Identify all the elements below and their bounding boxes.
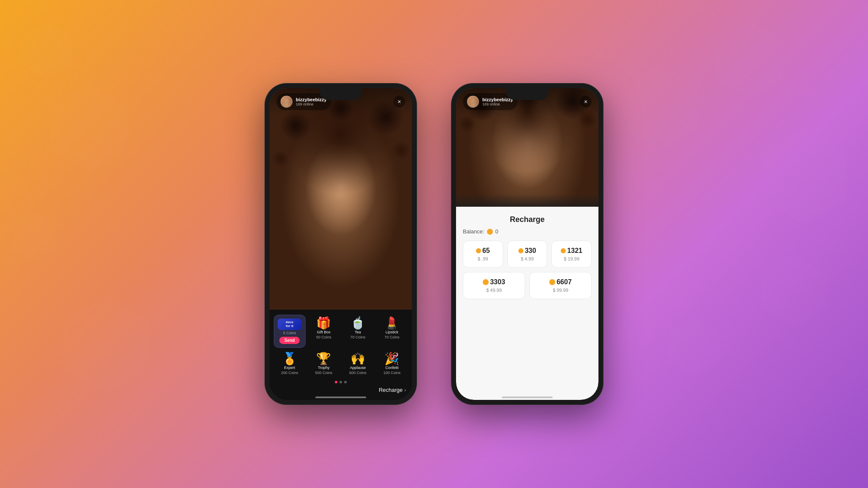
- right-user-text: bizzybeebizzy 169 online: [482, 97, 513, 106]
- recharge-row: Recharge ›: [274, 387, 408, 393]
- recharge-label: Recharge: [379, 387, 403, 393]
- left-user-text: bizzybeebizzy 169 online: [296, 97, 327, 106]
- right-phone: bizzybeebizzy 169 online × Recharge Bala…: [451, 83, 604, 405]
- here-for-it-coins: 5 Coins: [283, 331, 296, 335]
- trophy-coins: 500 Coins: [315, 371, 332, 375]
- send-button[interactable]: Send: [279, 337, 300, 344]
- left-user-info: bizzybeebizzy 169 online: [276, 93, 331, 110]
- gift-item-tea[interactable]: 🍵 Tea 70 Coins: [342, 315, 374, 348]
- gift-item-trophy[interactable]: 🏆 Trophy 500 Coins: [308, 350, 340, 377]
- left-avatar: [281, 96, 292, 108]
- left-close-button[interactable]: ×: [393, 96, 405, 108]
- left-viewers: 169 online: [296, 102, 327, 106]
- package-1321[interactable]: 1321 $ 19.99: [551, 241, 592, 268]
- tea-coins: 70 Coins: [350, 335, 365, 339]
- package-6607-price: $ 99.99: [553, 288, 568, 293]
- package-330-price: $ 4.99: [521, 256, 534, 261]
- gift-box-name: Gift Box: [317, 330, 331, 334]
- right-home-indicator: [502, 396, 553, 398]
- balance-value: 0: [495, 228, 498, 235]
- right-video-area: bizzybeebizzy 169 online ×: [456, 88, 598, 207]
- left-home-indicator: [315, 396, 366, 398]
- gifts-grid: Here for it 5 Coins Send 🎁 Gift Box 50 C…: [274, 315, 408, 377]
- package-6607[interactable]: 6607 $ 99.99: [529, 272, 592, 299]
- here-for-it-line2: for it: [280, 324, 299, 328]
- gift-item-lipstick[interactable]: 💄 Lipstick 70 Coins: [376, 315, 408, 348]
- confetti-emoji: 🎉: [384, 353, 399, 365]
- lipstick-emoji: 💄: [384, 317, 399, 329]
- gift-item-here-for-it[interactable]: Here for it 5 Coins Send: [274, 315, 306, 348]
- expert-name: Expert: [284, 366, 295, 370]
- package-6607-coins: 6607: [549, 278, 572, 286]
- right-top-bar: bizzybeebizzy 169 online ×: [456, 88, 598, 115]
- recharge-panel: Recharge Balance: 0 65 $ .99: [456, 207, 598, 400]
- applause-emoji: 🙌: [351, 353, 365, 365]
- left-video-area: bizzybeebizzy 169 online ×: [270, 88, 412, 310]
- package-330[interactable]: 330 $ 4.99: [507, 241, 548, 268]
- package-1321-price: $ 19.99: [564, 256, 579, 261]
- video-dark-overlay: [456, 194, 598, 207]
- balance-coin-icon: [487, 229, 493, 235]
- confetti-name: Confetti: [385, 366, 398, 370]
- right-avatar: [467, 96, 479, 108]
- recharge-chevron-icon: ›: [404, 387, 406, 393]
- balance-label: Balance:: [463, 228, 484, 235]
- trophy-emoji: 🏆: [316, 353, 331, 365]
- packages-grid-top: 65 $ .99 330 $ 4.99: [463, 241, 592, 268]
- tea-emoji: 🍵: [351, 317, 365, 329]
- recharge-link[interactable]: Recharge ›: [379, 387, 406, 393]
- package-65-price: $ .99: [478, 256, 488, 261]
- packages-grid-bottom: 3303 $ 49.99 6607 $ 99.99: [463, 272, 592, 299]
- left-phone-screen: bizzybeebizzy 169 online × Here for it: [270, 88, 412, 400]
- confetti-coins: 100 Coins: [383, 371, 401, 375]
- right-username: bizzybeebizzy: [482, 97, 513, 102]
- trophy-name: Trophy: [318, 366, 330, 370]
- package-330-coins: 330: [518, 247, 536, 255]
- page-dots: [274, 381, 408, 383]
- package-3303-price: $ 49.99: [486, 288, 502, 293]
- gift-item-applause[interactable]: 🙌 Applause 600 Coins: [342, 350, 374, 377]
- right-user-info: bizzybeebizzy 169 online: [463, 93, 517, 110]
- lipstick-coins: 70 Coins: [384, 335, 400, 339]
- here-for-it-line1: Here: [280, 320, 299, 324]
- dot-2: [339, 381, 342, 383]
- dot-3: [344, 381, 347, 383]
- coin-icon-6607: [549, 279, 555, 285]
- gift-item-confetti[interactable]: 🎉 Confetti 100 Coins: [376, 350, 408, 377]
- here-for-it-banner: Here for it: [278, 319, 302, 330]
- left-bottom-panel: Here for it 5 Coins Send 🎁 Gift Box 50 C…: [270, 310, 412, 400]
- gift-item-gift-box[interactable]: 🎁 Gift Box 50 Coins: [308, 315, 340, 348]
- coin-icon-330: [518, 248, 523, 253]
- gift-box-coins: 50 Coins: [316, 335, 331, 339]
- phones-container: bizzybeebizzy 169 online × Here for it: [264, 83, 604, 405]
- gift-item-expert[interactable]: 🏅 Expert 200 Coins: [274, 350, 306, 377]
- balance-row: Balance: 0: [463, 228, 592, 235]
- recharge-title: Recharge: [463, 215, 592, 224]
- left-top-bar: bizzybeebizzy 169 online ×: [270, 88, 412, 115]
- applause-coins: 600 Coins: [349, 371, 367, 375]
- coin-icon-1321: [561, 248, 566, 253]
- tea-name: Tea: [355, 330, 361, 334]
- right-phone-screen: bizzybeebizzy 169 online × Recharge Bala…: [456, 88, 598, 400]
- package-65-coins: 65: [476, 247, 490, 255]
- left-username: bizzybeebizzy: [296, 97, 327, 102]
- package-3303[interactable]: 3303 $ 49.99: [463, 272, 525, 299]
- gift-box-emoji: 🎁: [316, 317, 331, 329]
- lipstick-name: Lipstick: [386, 330, 398, 334]
- coin-icon-3303: [483, 279, 489, 285]
- expert-emoji: 🏅: [282, 353, 297, 365]
- package-65[interactable]: 65 $ .99: [463, 241, 503, 268]
- package-3303-coins: 3303: [483, 278, 505, 286]
- dot-1: [335, 381, 337, 383]
- applause-name: Applause: [350, 366, 366, 370]
- package-1321-coins: 1321: [561, 247, 582, 255]
- coin-icon-65: [476, 248, 481, 253]
- right-viewers: 169 online: [482, 102, 513, 106]
- right-close-button[interactable]: ×: [580, 96, 592, 108]
- left-phone: bizzybeebizzy 169 online × Here for it: [264, 83, 417, 405]
- expert-coins: 200 Coins: [281, 371, 298, 375]
